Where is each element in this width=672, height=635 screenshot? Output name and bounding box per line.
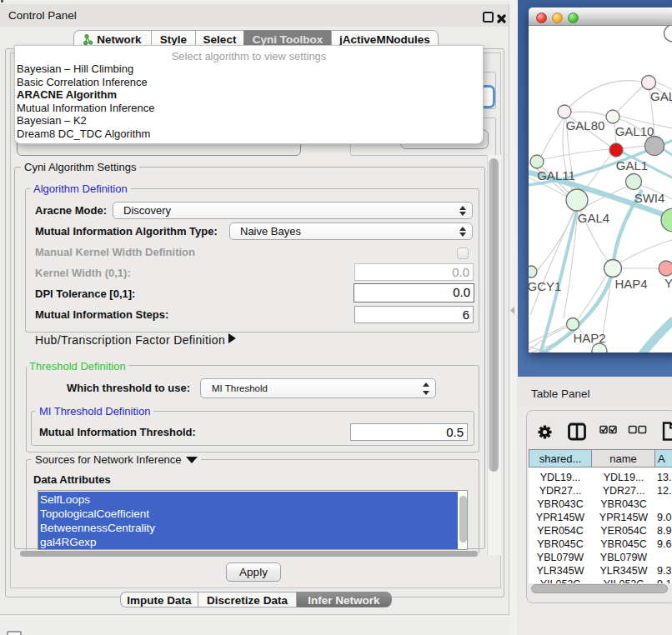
- svg-text:GAL1: GAL1: [616, 158, 648, 172]
- svg-text:YP: YP: [664, 276, 672, 290]
- svg-text:HAP4: HAP4: [614, 277, 647, 291]
- svg-text:HAP2: HAP2: [573, 331, 605, 345]
- svg-text:GAL10: GAL10: [615, 124, 654, 138]
- svg-text:GAL11: GAL11: [537, 168, 575, 182]
- svg-text:GAL80: GAL80: [566, 118, 605, 132]
- svg-text:SWI4: SWI4: [634, 191, 665, 205]
- svg-text:GCY1: GCY1: [529, 279, 561, 293]
- svg-text:GAL4: GAL4: [578, 211, 609, 225]
- svg-text:GAL2: GAL2: [650, 89, 672, 103]
